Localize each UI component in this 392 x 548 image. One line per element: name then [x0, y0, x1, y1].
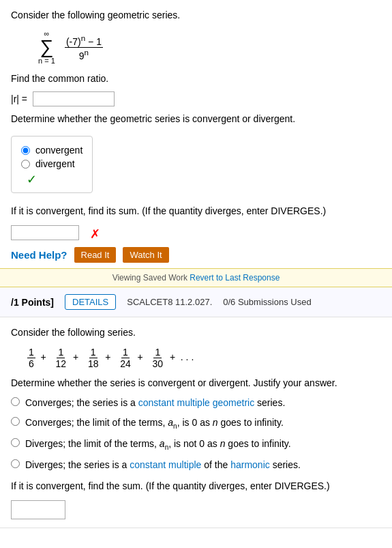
problem2-determine-label: Determine whether the series is converge… — [11, 376, 381, 390]
problem2-sum-input[interactable] — [11, 500, 65, 519]
problem2-determine-text: Determine whether the series is converge… — [11, 377, 337, 388]
convergent-label: convergent — [35, 145, 82, 156]
saved-work-bar: Viewing Saved Work Revert to Last Respon… — [0, 268, 392, 287]
series2-term2: 1 12 — [52, 351, 70, 362]
revert-link[interactable]: Revert to Last Response — [190, 273, 280, 283]
need-help-label: Need Help? — [11, 249, 67, 261]
problem2-intro: Consider the following series. — [11, 326, 381, 340]
option3-row[interactable]: Diverges; the limit of the terms, an, is… — [11, 437, 381, 452]
option1-text: Converges; the series is a constant mult… — [25, 396, 285, 410]
sum-input[interactable] — [11, 225, 79, 240]
divergent-radio[interactable] — [21, 160, 30, 169]
option3-radio[interactable] — [11, 438, 20, 447]
option2-radio[interactable] — [11, 417, 20, 426]
sum-input-row: ✗ — [11, 224, 381, 242]
problem2-if-convergent: If it is convergent, find the sum. (If t… — [11, 479, 381, 493]
series2-formula: 1 6 + 1 12 + 1 18 + 1 24 + — [25, 347, 381, 369]
revert-text: Revert to Last Response — [190, 273, 280, 283]
if-convergent-label: If it is convergent, find its sum. (If t… — [11, 204, 381, 218]
option1-row[interactable]: Converges; the series is a constant mult… — [11, 396, 381, 410]
problem-2-section: Consider the following series. 1 6 + 1 1… — [0, 317, 392, 528]
option2-row[interactable]: Converges; the limit of the terms, an, i… — [11, 416, 381, 431]
saved-work-text: Viewing Saved Work — [112, 273, 187, 283]
problem-id: SCALCET8 11.2.027. — [127, 297, 212, 307]
problem2-if-convergent-text: If it is convergent, find the sum. (If t… — [11, 480, 330, 491]
option4-text: Diverges; the series is a constant multi… — [25, 458, 301, 472]
option3-text: Diverges; the limit of the terms, an, is… — [25, 437, 291, 452]
x-icon: ✗ — [90, 227, 100, 242]
problem2-header: /1 Points] DETAILS SCALCET8 11.2.027. 0/… — [0, 287, 392, 317]
divergent-option[interactable]: divergent — [21, 158, 82, 169]
option4-radio[interactable] — [11, 459, 20, 468]
option1-radio[interactable] — [11, 397, 20, 406]
check-icon: ✓ — [27, 172, 82, 187]
convergence-radio-group: convergent divergent ✓ — [11, 136, 93, 193]
find-ratio-label: Find the common ratio. — [11, 72, 381, 86]
watch-it-button[interactable]: Watch It — [123, 247, 168, 263]
read-it-button[interactable]: Read It — [74, 247, 117, 263]
sigma-symbol: ∑ — [40, 38, 53, 57]
problem2-sum-input-row — [11, 500, 381, 519]
convergent-radio[interactable] — [21, 146, 30, 155]
ratio-input-row: |r| = — [11, 91, 381, 106]
problem1-intro: Consider the following geometric series. — [11, 8, 381, 23]
fraction-numerator: (-7)n − 1 — [65, 33, 103, 48]
points-label: /1 Points] — [11, 297, 54, 308]
fraction-denominator: 9n — [78, 48, 90, 61]
submissions-text: 0/6 Submissions Used — [223, 297, 311, 307]
if-convergent-text: If it is convergent, find its sum. (If t… — [11, 205, 326, 216]
problem1-formula: ∞ ∑ n = 1 (-7)n − 1 9n — [38, 29, 381, 65]
ratio-label: |r| = — [11, 93, 27, 104]
series2-term1: 1 6 — [25, 351, 38, 362]
problem-1-section: Consider the following geometric series.… — [0, 0, 392, 268]
option2-text: Converges; the limit of the terms, an, i… — [25, 416, 284, 431]
summation-notation: ∞ ∑ n = 1 — [38, 29, 55, 65]
convergent-option[interactable]: convergent — [21, 145, 82, 156]
details-button[interactable]: DETAILS — [65, 294, 116, 310]
series2-term3: 1 18 — [84, 351, 102, 362]
need-help-row: Need Help? Read It Watch It — [11, 247, 381, 263]
option4-row[interactable]: Diverges; the series is a constant multi… — [11, 458, 381, 472]
series2-term4: 1 24 — [116, 351, 134, 362]
determine-text: Determine whether the geometric series i… — [11, 113, 295, 124]
series-fraction: (-7)n − 1 9n — [65, 33, 103, 61]
ratio-input[interactable] — [33, 91, 115, 106]
find-ratio-text: Find the common ratio. — [11, 73, 108, 84]
divergent-label: divergent — [35, 158, 75, 169]
sum-bottom: n = 1 — [38, 57, 55, 65]
determine-label: Determine whether the geometric series i… — [11, 112, 381, 126]
series2-term5: 1 30 — [149, 351, 167, 362]
